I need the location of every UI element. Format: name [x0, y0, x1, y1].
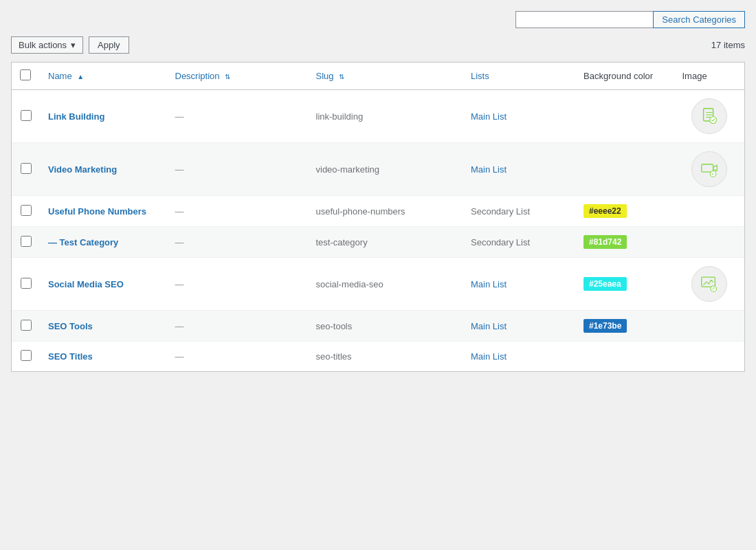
table-row: Video Marketing—video-marketingMain List [12, 143, 744, 196]
category-link[interactable]: SEO Tools [48, 321, 93, 331]
row-bgcolor-cell [575, 342, 674, 372]
row-name-cell: SEO Tools [40, 311, 167, 342]
row-slug-cell: useful-phone-numbers [308, 196, 463, 227]
row-checkbox[interactable] [21, 236, 32, 247]
row-slug-cell: link-building [308, 90, 463, 143]
col-header-image: Image [674, 63, 745, 90]
category-link[interactable]: Social Media SEO [48, 279, 124, 289]
categories-table: Name ▲ Description ⇅ Slug ⇅ Lists Backgr… [11, 62, 745, 372]
svg-point-5 [711, 286, 716, 292]
col-header-description[interactable]: Description ⇅ [167, 63, 308, 90]
list-link[interactable]: Secondary List [471, 237, 530, 248]
table-row: SEO Titles—seo-titlesMain List [12, 342, 744, 372]
row-description-cell: — [167, 227, 308, 258]
row-checkbox[interactable] [21, 278, 32, 289]
row-image-cell [674, 311, 745, 342]
row-bgcolor-cell [575, 143, 674, 196]
row-lists-cell: Secondary List [463, 196, 575, 227]
table-row: Link Building—link-buildingMain List [12, 90, 744, 143]
color-badge: #81d742 [583, 235, 627, 249]
category-link[interactable]: — Test Category [48, 237, 118, 248]
row-lists-cell: Main List [463, 143, 575, 196]
select-all-header [12, 63, 40, 90]
col-header-bgcolor: Background color [575, 63, 674, 90]
category-link[interactable]: Link Building [48, 111, 104, 122]
row-name-cell: Useful Phone Numbers [40, 196, 167, 227]
row-image-cell [674, 342, 745, 372]
row-description-cell: — [167, 311, 308, 342]
row-name-cell: Social Media SEO [40, 258, 167, 311]
svg-rect-2 [702, 164, 713, 172]
table-header-row: Name ▲ Description ⇅ Slug ⇅ Lists Backgr… [12, 63, 744, 90]
row-image-cell [674, 196, 745, 227]
chevron-down-icon: ▾ [71, 40, 76, 50]
row-checkbox[interactable] [21, 110, 32, 121]
list-link[interactable]: Secondary List [471, 206, 530, 217]
row-bgcolor-cell: #81d742 [575, 227, 674, 258]
row-checkbox[interactable] [21, 163, 32, 174]
row-slug-cell: seo-titles [308, 342, 463, 372]
row-name-cell: Video Marketing [40, 143, 167, 196]
row-name-cell: Link Building [40, 90, 167, 143]
name-sort-icon: ▲ [77, 73, 84, 80]
row-checkbox-cell [12, 143, 40, 196]
list-link[interactable]: Main List [471, 279, 507, 289]
category-link[interactable]: SEO Titles [48, 351, 93, 362]
select-all-checkbox[interactable] [20, 69, 31, 80]
row-lists-cell: Main List [463, 90, 575, 143]
list-link[interactable]: Main List [471, 321, 507, 331]
row-checkbox-cell [12, 342, 40, 372]
row-image-cell [674, 258, 745, 311]
color-badge: #25eaea [583, 277, 627, 291]
row-checkbox-cell [12, 196, 40, 227]
category-image [691, 98, 727, 134]
row-slug-cell: test-category [308, 227, 463, 258]
row-slug-cell: social-media-seo [308, 258, 463, 311]
table-row: SEO Tools—seo-toolsMain List#1e73be [12, 311, 744, 342]
row-lists-cell: Secondary List [463, 227, 575, 258]
list-link[interactable]: Main List [471, 164, 507, 175]
row-bgcolor-cell: #1e73be [575, 311, 674, 342]
category-image [691, 151, 727, 187]
row-description-cell: — [167, 258, 308, 311]
row-name-cell: SEO Titles [40, 342, 167, 372]
col-header-name[interactable]: Name ▲ [40, 63, 167, 90]
list-link[interactable]: Main List [471, 351, 507, 362]
search-input[interactable] [515, 11, 653, 28]
row-bgcolor-cell: #eeee22 [575, 196, 674, 227]
apply-button[interactable]: Apply [89, 36, 129, 54]
row-image-cell [674, 90, 745, 143]
row-checkbox-cell [12, 258, 40, 311]
row-checkbox[interactable] [21, 320, 32, 331]
row-image-cell [674, 227, 745, 258]
row-description-cell: — [167, 143, 308, 196]
table-row: Useful Phone Numbers—useful-phone-number… [12, 196, 744, 227]
bulk-actions-dropdown[interactable]: Bulk actions ▾ [11, 36, 83, 54]
row-checkbox[interactable] [21, 205, 32, 216]
row-lists-cell: Main List [463, 342, 575, 372]
color-badge: #1e73be [583, 319, 627, 333]
color-badge: #eeee22 [583, 204, 627, 218]
search-categories-button[interactable]: Search Categories [653, 11, 745, 28]
row-description-cell: — [167, 90, 308, 143]
action-left: Bulk actions ▾ Apply [11, 36, 129, 54]
category-link[interactable]: Useful Phone Numbers [48, 206, 146, 217]
row-image-cell [674, 143, 745, 196]
bulk-actions-label: Bulk actions [19, 40, 67, 50]
category-image [691, 266, 727, 302]
table-row: — Test Category—test-categorySecondary L… [12, 227, 744, 258]
desc-sort-icon: ⇅ [225, 73, 230, 80]
row-bgcolor-cell [575, 90, 674, 143]
row-description-cell: — [167, 196, 308, 227]
row-name-cell: — Test Category [40, 227, 167, 258]
category-link[interactable]: Video Marketing [48, 164, 117, 175]
col-header-slug[interactable]: Slug ⇅ [308, 63, 463, 90]
search-area: Search Categories [515, 11, 745, 28]
row-slug-cell: seo-tools [308, 311, 463, 342]
slug-sort-icon: ⇅ [339, 73, 344, 80]
row-checkbox[interactable] [21, 350, 32, 361]
row-lists-cell: Main List [463, 258, 575, 311]
list-link[interactable]: Main List [471, 111, 507, 122]
row-checkbox-cell [12, 90, 40, 143]
action-bar: Bulk actions ▾ Apply 17 items [11, 36, 745, 54]
